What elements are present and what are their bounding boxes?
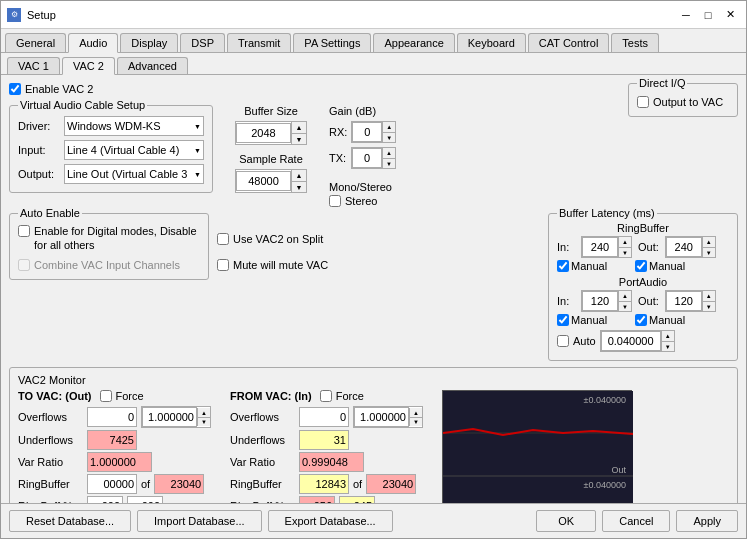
sub-tab-advanced[interactable]: Advanced <box>117 57 188 74</box>
to-vac-rate-input[interactable] <box>142 407 197 427</box>
auto-spinner-btns: ▲ ▼ <box>661 331 674 351</box>
from-vac-force-checkbox[interactable] <box>320 390 332 402</box>
maximize-button[interactable]: □ <box>698 7 718 23</box>
auto-checkbox[interactable] <box>557 335 569 347</box>
buffer-size-input[interactable]: 2048 <box>236 123 291 143</box>
rb-out-input[interactable] <box>666 237 702 257</box>
pa-manual-out-checkbox[interactable] <box>635 314 647 326</box>
auto-enable-label: Enable for Digital modes, Disable for al… <box>34 224 200 253</box>
from-vac-ring-buffer-input1[interactable] <box>299 474 349 494</box>
rx-input[interactable]: 0 <box>352 122 382 142</box>
sample-rate-input[interactable]: 48000 <box>236 171 291 191</box>
to-vac-ring-buff-input1[interactable] <box>87 496 123 503</box>
window: ⚙ Setup ─ □ ✕ General Audio Display DSP … <box>0 0 747 539</box>
to-vac-ring-buffer-input2[interactable] <box>154 474 204 494</box>
tab-cat-control[interactable]: CAT Control <box>528 33 610 52</box>
from-vac-ring-buff-input1[interactable] <box>299 496 335 503</box>
from-vac-rate-input[interactable] <box>354 407 409 427</box>
close-button[interactable]: ✕ <box>720 7 740 23</box>
sample-rate-up-btn[interactable]: ▲ <box>292 170 306 181</box>
from-vac-var-ratio-input[interactable] <box>299 452 364 472</box>
sample-rate-down-btn[interactable]: ▼ <box>292 181 306 192</box>
main-tabs: General Audio Display DSP Transmit PA Se… <box>1 29 746 53</box>
tab-keyboard[interactable]: Keyboard <box>457 33 526 52</box>
tab-appearance[interactable]: Appearance <box>373 33 454 52</box>
to-vac-rate-down[interactable]: ▼ <box>198 417 210 426</box>
rb-in-input[interactable] <box>582 237 618 257</box>
rb-out-down-btn[interactable]: ▼ <box>703 247 715 257</box>
pa-in-up-btn[interactable]: ▲ <box>619 291 631 301</box>
pa-out-down-btn[interactable]: ▼ <box>703 301 715 311</box>
rx-up-btn[interactable]: ▲ <box>383 122 395 132</box>
from-vac-underflows-input[interactable] <box>299 430 349 450</box>
from-vac-ring-buffer-label: RingBuffer <box>230 478 295 490</box>
export-database-button[interactable]: Export Database... <box>268 510 393 532</box>
auto-row: Auto ▲ ▼ <box>557 330 729 352</box>
to-vac-ring-buff-input2[interactable] <box>127 496 163 503</box>
pa-in-input[interactable] <box>582 291 618 311</box>
auto-down-btn[interactable]: ▼ <box>662 341 674 351</box>
to-vac-ring-buffer-input1[interactable] <box>87 474 137 494</box>
tx-input[interactable]: 0 <box>352 148 382 168</box>
to-vac-force-checkbox[interactable] <box>100 390 112 402</box>
from-vac-header: FROM VAC: (In) Force <box>230 390 430 402</box>
tab-tests[interactable]: Tests <box>611 33 659 52</box>
pa-out-label: Out: <box>638 295 659 307</box>
rb-manual-in-checkbox[interactable] <box>557 260 569 272</box>
driver-label: Driver: <box>18 120 60 132</box>
tx-down-btn[interactable]: ▼ <box>383 158 395 168</box>
from-vac-rate-up[interactable]: ▲ <box>410 408 422 417</box>
driver-select[interactable]: Windows WDM-KS <box>64 116 204 136</box>
sub-tab-vac1[interactable]: VAC 1 <box>7 57 60 74</box>
use-vac2-split-checkbox[interactable] <box>217 233 229 245</box>
output-select[interactable]: Line Out (Virtual Cable 3) <box>64 164 204 184</box>
to-vac-rate-up[interactable]: ▲ <box>198 408 210 417</box>
auto-input[interactable] <box>601 331 661 351</box>
sample-rate-spinner: 48000 ▲ ▼ <box>235 169 307 193</box>
rb-in-up-btn[interactable]: ▲ <box>619 237 631 247</box>
from-vac-ring-buff-input2[interactable] <box>339 496 375 503</box>
apply-button[interactable]: Apply <box>676 510 738 532</box>
to-vac-var-ratio-input[interactable] <box>87 452 152 472</box>
reset-database-button[interactable]: Reset Database... <box>9 510 131 532</box>
pa-out-up-btn[interactable]: ▲ <box>703 291 715 301</box>
rx-row: RX: 0 ▲ ▼ <box>329 121 396 143</box>
pa-out-input[interactable] <box>666 291 702 311</box>
rb-manual-out-checkbox[interactable] <box>635 260 647 272</box>
auto-up-btn[interactable]: ▲ <box>662 331 674 341</box>
ok-button[interactable]: OK <box>536 510 596 532</box>
buffer-size-up-btn[interactable]: ▲ <box>292 122 306 133</box>
mute-vac-checkbox[interactable] <box>217 259 229 271</box>
cancel-button[interactable]: Cancel <box>602 510 670 532</box>
from-vac-overflows-input[interactable] <box>299 407 349 427</box>
rx-down-btn[interactable]: ▼ <box>383 132 395 142</box>
to-vac-overflows-input[interactable] <box>87 407 137 427</box>
tab-display[interactable]: Display <box>120 33 178 52</box>
enable-vac2-checkbox[interactable] <box>9 83 21 95</box>
rb-in-down-btn[interactable]: ▼ <box>619 247 631 257</box>
rx-label: RX: <box>329 126 347 138</box>
from-vac-underflows-label: Underflows <box>230 434 295 446</box>
tab-transmit[interactable]: Transmit <box>227 33 291 52</box>
to-vac-ring-buff-label: RingBuff % <box>18 500 83 503</box>
stereo-check-row: Stereo <box>329 195 396 207</box>
to-vac-underflows-input[interactable] <box>87 430 137 450</box>
minimize-button[interactable]: ─ <box>676 7 696 23</box>
tab-audio[interactable]: Audio <box>68 33 118 53</box>
sub-tab-vac2[interactable]: VAC 2 <box>62 57 115 75</box>
auto-enable-checkbox[interactable] <box>18 225 30 237</box>
rb-out-up-btn[interactable]: ▲ <box>703 237 715 247</box>
import-database-button[interactable]: Import Database... <box>137 510 262 532</box>
tab-pa-settings[interactable]: PA Settings <box>293 33 371 52</box>
tab-dsp[interactable]: DSP <box>180 33 225 52</box>
pa-in-down-btn[interactable]: ▼ <box>619 301 631 311</box>
output-to-vac-checkbox[interactable] <box>637 96 649 108</box>
pa-manual-in-checkbox[interactable] <box>557 314 569 326</box>
input-select[interactable]: Line 4 (Virtual Cable 4) <box>64 140 204 160</box>
tab-general[interactable]: General <box>5 33 66 52</box>
from-vac-ring-buffer-input2[interactable] <box>366 474 416 494</box>
from-vac-rate-down[interactable]: ▼ <box>410 417 422 426</box>
tx-up-btn[interactable]: ▲ <box>383 148 395 158</box>
stereo-checkbox[interactable] <box>329 195 341 207</box>
buffer-size-down-btn[interactable]: ▼ <box>292 133 306 144</box>
